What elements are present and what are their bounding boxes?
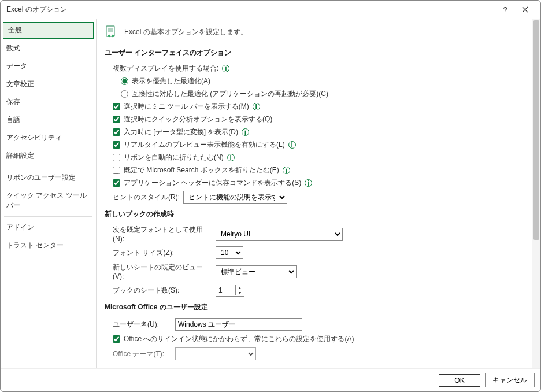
default-view-select[interactable]: 標準ビュー bbox=[216, 265, 297, 278]
titlebar: Excel のオプション ? bbox=[1, 1, 540, 19]
multi-display-label: 複数ディスプレイを使用する場合: bbox=[113, 64, 218, 73]
font-size-label: フォント サイズ(Z): bbox=[113, 248, 211, 258]
window-title: Excel のオプション bbox=[6, 5, 495, 14]
info-icon[interactable]: i bbox=[288, 141, 296, 149]
sheets-count-value: 1 bbox=[218, 286, 223, 294]
checkbox-convert-datatype[interactable] bbox=[113, 128, 120, 136]
checkbox-header-save-label: アプリケーション ヘッダーに保存コマンドを表示する(S) bbox=[124, 178, 301, 188]
info-icon[interactable]: i bbox=[305, 179, 312, 187]
sidebar-item-accessibility[interactable]: アクセシビリティ bbox=[1, 129, 96, 147]
checkbox-quick-analysis-label: 選択時にクイック分析オプションを表示する(Q) bbox=[124, 114, 272, 124]
help-button[interactable]: ? bbox=[495, 1, 515, 19]
checkbox-collapse-search[interactable] bbox=[113, 167, 120, 174]
sidebar-item-addins[interactable]: アドイン bbox=[1, 219, 96, 236]
checkbox-convert-datatype-label: 入力時に [データ型に変換] を表示(D) bbox=[124, 127, 238, 137]
ok-button[interactable]: OK bbox=[439, 374, 480, 387]
office-theme-select[interactable] bbox=[175, 347, 256, 360]
settings-icon bbox=[105, 25, 118, 39]
sidebar-item-formulas[interactable]: 数式 bbox=[1, 39, 96, 57]
sidebar-item-language[interactable]: 言語 bbox=[1, 111, 96, 129]
checkbox-header-save[interactable] bbox=[113, 179, 120, 187]
radio-optimize-display[interactable] bbox=[121, 77, 128, 85]
section-newbook-heading: 新しいブックの作成時 bbox=[105, 209, 524, 219]
info-icon[interactable]: i bbox=[283, 167, 290, 174]
checkbox-mini-toolbar[interactable] bbox=[113, 103, 120, 110]
svg-point-5 bbox=[112, 35, 114, 37]
checkbox-always-use-settings-label: Office へのサインイン状態にかかわらず、常にこれらの設定を使用する(A) bbox=[124, 334, 354, 344]
info-icon[interactable]: i bbox=[242, 128, 249, 136]
screentip-style-select[interactable]: ヒントに機能の説明を表示する bbox=[183, 191, 287, 204]
radio-optimize-display-label: 表示を優先した最適化(A) bbox=[132, 76, 210, 86]
sidebar-item-advanced[interactable]: 詳細設定 bbox=[1, 147, 96, 165]
section-office-heading: Microsoft Office のユーザー設定 bbox=[105, 302, 524, 312]
banner-text: Excel の基本オプションを設定します。 bbox=[124, 27, 247, 37]
section-ui-heading: ユーザー インターフェイスのオプション bbox=[105, 48, 524, 58]
close-button[interactable] bbox=[515, 1, 535, 19]
checkbox-collapse-ribbon[interactable] bbox=[113, 154, 120, 161]
office-theme-label: Office テーマ(T): bbox=[113, 349, 171, 359]
close-icon bbox=[522, 6, 528, 13]
checkbox-collapse-ribbon-label: リボンを自動的に折りたたむ(N) bbox=[124, 153, 224, 162]
info-icon[interactable]: i bbox=[222, 65, 229, 72]
default-font-label: 次を既定フォントとして使用(N): bbox=[113, 225, 211, 243]
content-pane: Excel の基本オプションを設定します。 ユーザー インターフェイスのオプショ… bbox=[97, 19, 532, 368]
sidebar-item-quick-access[interactable]: クイック アクセス ツール バー bbox=[1, 187, 96, 215]
screentip-style-label: ヒントのスタイル(R): bbox=[113, 193, 180, 202]
checkbox-collapse-search-label: 既定で Microsoft Search ボックスを折りたたむ(E) bbox=[124, 165, 279, 175]
sidebar-divider bbox=[4, 167, 92, 167]
sidebar-item-customize-ribbon[interactable]: リボンのユーザー設定 bbox=[1, 169, 96, 187]
radio-optimize-compat[interactable] bbox=[121, 90, 128, 98]
checkbox-always-use-settings[interactable] bbox=[113, 335, 120, 343]
chevron-down-icon[interactable]: ▼ bbox=[236, 290, 244, 295]
info-icon[interactable]: i bbox=[253, 103, 260, 110]
username-input[interactable] bbox=[175, 318, 302, 331]
checkbox-live-preview[interactable] bbox=[113, 141, 120, 149]
radio-optimize-compat-label: 互換性に対応した最適化 (アプリケーションの再起動が必要)(C) bbox=[132, 89, 328, 99]
sidebar-item-proofing[interactable]: 文章校正 bbox=[1, 75, 96, 93]
username-label: ユーザー名(U): bbox=[113, 320, 171, 330]
default-view-label: 新しいシートの既定のビュー(V): bbox=[113, 262, 211, 280]
checkbox-live-preview-label: リアルタイムのプレビュー表示機能を有効にする(L) bbox=[124, 140, 285, 150]
footer: OK キャンセル bbox=[1, 368, 540, 391]
sidebar-divider bbox=[4, 216, 92, 217]
cancel-button[interactable]: キャンセル bbox=[485, 373, 535, 387]
sidebar-item-save[interactable]: 保存 bbox=[1, 93, 96, 111]
svg-point-4 bbox=[108, 35, 110, 37]
sidebar-item-general[interactable]: 全般 bbox=[3, 22, 94, 39]
chevron-up-icon[interactable]: ▲ bbox=[236, 285, 244, 290]
font-size-select[interactable]: 10 bbox=[216, 246, 243, 259]
sheets-count-stepper[interactable]: 1 ▲▼ bbox=[216, 284, 244, 297]
sidebar-item-trust-center[interactable]: トラスト センター bbox=[1, 236, 96, 254]
scrollbar-thumb[interactable] bbox=[533, 20, 539, 240]
default-font-select[interactable]: Meiryo UI bbox=[216, 228, 343, 241]
vertical-scrollbar[interactable] bbox=[532, 19, 540, 368]
checkbox-quick-analysis[interactable] bbox=[113, 116, 120, 123]
checkbox-mini-toolbar-label: 選択時にミニ ツール バーを表示する(M) bbox=[124, 102, 249, 112]
sheets-count-label: ブックのシート数(S): bbox=[113, 286, 211, 295]
info-icon[interactable]: i bbox=[227, 154, 235, 161]
sidebar: 全般 数式 データ 文章校正 保存 言語 アクセシビリティ 詳細設定 リボンのユ… bbox=[1, 19, 97, 368]
sidebar-item-data[interactable]: データ bbox=[1, 57, 96, 75]
